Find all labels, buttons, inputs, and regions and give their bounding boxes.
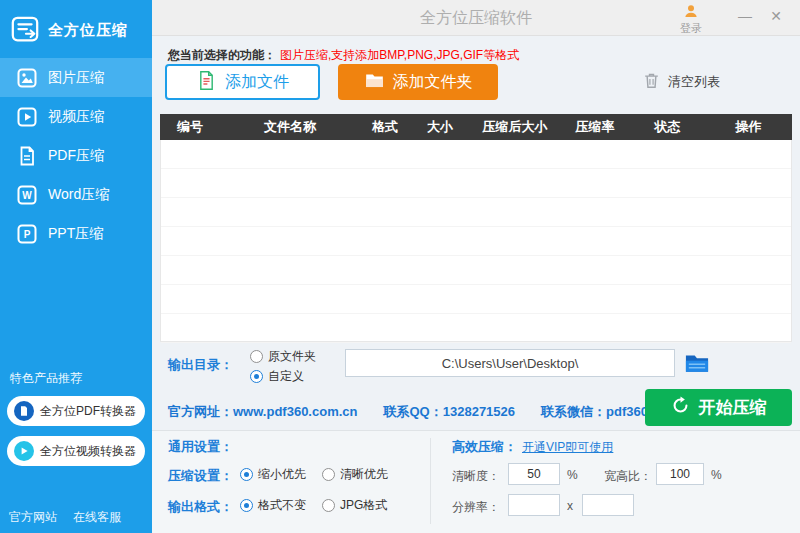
table-row: [161, 256, 791, 285]
promo-title: 特色产品推荐: [10, 370, 82, 387]
radio-circle: [322, 468, 335, 481]
add-file-icon: [196, 70, 217, 95]
sidebar-item-label: 图片压缩: [48, 69, 104, 87]
radio-circle: [250, 350, 263, 363]
add-folder-label: 添加文件夹: [393, 72, 473, 93]
titlebar: 全方位压缩软件 登录 — ✕: [152, 0, 800, 36]
aspect-ratio-label: 宽高比：: [604, 468, 652, 485]
current-function-hint: 您当前选择的功能：图片压缩,支持添加BMP,PNG,JPG,GIF等格式: [168, 47, 519, 64]
qq-label: 联系QQ：: [384, 404, 443, 419]
contact-wechat-text: 联系微信：pdf360: [541, 403, 648, 421]
app-window: 全方位压缩 图片压缩 视频压缩 PDF压缩: [0, 0, 800, 533]
refresh-circle-icon: [671, 396, 690, 420]
resolution-height-input[interactable]: [582, 494, 634, 516]
official-site-text[interactable]: 官方网址：www.pdf360.com.cn: [168, 403, 358, 421]
radio-original-folder[interactable]: 原文件夹: [250, 348, 316, 365]
resolution-label: 分辨率：: [452, 499, 500, 516]
image-icon: [17, 68, 37, 88]
aspect-ratio-input[interactable]: [656, 463, 704, 485]
sidebar-item-word-compress[interactable]: W Word压缩: [0, 175, 152, 214]
sidebar-item-label: PPT压缩: [48, 225, 103, 243]
add-file-button[interactable]: 添加文件: [165, 64, 320, 100]
product-label: 全方位视频转换器: [40, 443, 136, 460]
radio-keep-label: 格式不变: [258, 497, 306, 514]
table-row: [161, 285, 791, 314]
sidebar-item-pdf-compress[interactable]: PDF压缩: [0, 136, 152, 175]
svg-text:P: P: [24, 229, 31, 240]
radio-custom-label: 自定义: [268, 368, 304, 385]
qq-value: 1328271526: [443, 404, 515, 419]
sidebar-item-video-compress[interactable]: 视频压缩: [0, 97, 152, 136]
radio-original-label: 原文件夹: [268, 348, 316, 365]
table-row: [161, 169, 791, 198]
close-button[interactable]: ✕: [764, 0, 788, 32]
official-site-link[interactable]: 官方网站: [9, 509, 57, 526]
word-icon: W: [17, 185, 37, 205]
browse-folder-icon[interactable]: [683, 349, 711, 377]
table-row: [161, 227, 791, 256]
sidebar-item-image-compress[interactable]: 图片压缩: [0, 58, 152, 97]
radio-circle: [250, 370, 263, 383]
clarity-input[interactable]: [508, 463, 560, 485]
clear-list-label: 清空列表: [668, 73, 720, 91]
site-label: 官方网址：: [168, 404, 233, 419]
user-avatar-icon: [683, 9, 699, 21]
column-header-operation: 操作: [705, 114, 792, 140]
table-body: [160, 140, 792, 342]
pdf-icon: [17, 146, 37, 166]
add-folder-button[interactable]: 添加文件夹: [338, 64, 498, 100]
sidebar-item-label: PDF压缩: [48, 147, 104, 165]
radio-keep-format[interactable]: 格式不变: [240, 497, 306, 514]
sidebar-item-label: Word压缩: [48, 186, 109, 204]
app-logo: 全方位压缩: [0, 0, 152, 52]
online-support-link[interactable]: 在线客服: [73, 509, 121, 526]
sidebar-item-ppt-compress[interactable]: P PPT压缩: [0, 214, 152, 253]
sidebar-nav: 图片压缩 视频压缩 PDF压缩 W Word压缩: [0, 58, 152, 253]
contact-bar: 官方网址：www.pdf360.com.cn 联系QQ：1328271526 联…: [168, 403, 638, 421]
product-label: 全方位PDF转换器: [40, 403, 136, 420]
trash-icon: [642, 71, 661, 93]
ppt-icon: P: [17, 224, 37, 244]
login-button[interactable]: 登录: [674, 3, 708, 36]
radio-circle: [240, 468, 253, 481]
hint-formats: 图片压缩,支持添加BMP,PNG,JPG,GIF等格式: [280, 48, 519, 62]
general-settings-title: 通用设置：: [168, 438, 233, 456]
output-dir-label: 输出目录：: [168, 356, 233, 374]
clear-list-button[interactable]: 清空列表: [642, 71, 720, 93]
table-row: [161, 198, 791, 227]
ratio-percent-unit: %: [711, 468, 722, 482]
radio-shrink-label: 缩小优先: [258, 466, 306, 483]
table-row: [161, 140, 791, 169]
start-compress-button[interactable]: 开始压缩: [645, 389, 792, 426]
radio-clarity-priority[interactable]: 清晰优先: [322, 466, 388, 483]
settings-divider: [430, 438, 431, 524]
sidebar: 全方位压缩 图片压缩 视频压缩 PDF压缩: [0, 0, 152, 533]
product-video-converter[interactable]: 全方位视频转换器: [7, 436, 145, 466]
minimize-button[interactable]: —: [732, 0, 758, 32]
radio-custom-folder[interactable]: 自定义: [250, 368, 304, 385]
column-header-status: 状态: [630, 114, 705, 140]
resolution-width-input[interactable]: [508, 494, 560, 516]
output-path-input[interactable]: [345, 349, 675, 377]
hq-compress-label: 高效压缩：: [452, 438, 517, 456]
column-header-number: 编号: [160, 114, 220, 140]
wechat-label: 联系微信：: [541, 404, 606, 419]
table-row: [161, 314, 791, 343]
radio-jpg-label: JPG格式: [340, 497, 387, 514]
column-header-size: 大小: [410, 114, 470, 140]
radio-shrink-priority[interactable]: 缩小优先: [240, 466, 306, 483]
output-format-label: 输出格式：: [168, 498, 233, 516]
wechat-value: pdf360: [606, 404, 648, 419]
vip-link[interactable]: 开通VIP即可使用: [522, 439, 613, 456]
radio-circle: [240, 499, 253, 512]
column-header-format: 格式: [360, 114, 410, 140]
video-converter-icon: [14, 441, 34, 461]
column-header-compressed-size: 压缩后大小: [470, 114, 560, 140]
column-header-ratio: 压缩率: [560, 114, 630, 140]
clarity-label: 清晰度：: [452, 468, 500, 485]
radio-jpg-format[interactable]: JPG格式: [322, 497, 387, 514]
clarity-percent-unit: %: [567, 468, 578, 482]
product-pdf-converter[interactable]: 全方位PDF转换器: [7, 396, 145, 426]
sidebar-item-label: 视频压缩: [48, 108, 104, 126]
resolution-times-symbol: x: [567, 499, 573, 513]
